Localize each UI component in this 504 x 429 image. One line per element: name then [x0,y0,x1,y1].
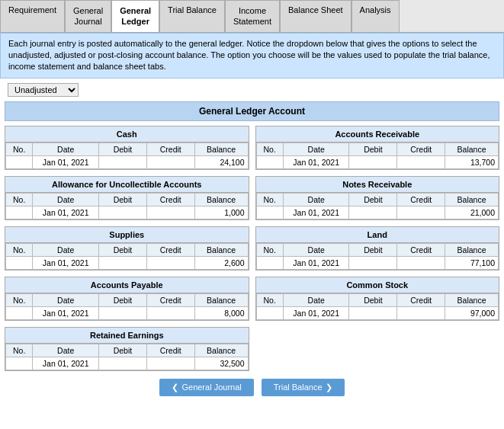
col-debit: Debit [349,293,397,306]
info-text: Each journal entry is posted automatical… [0,33,504,78]
account-ap-title: Accounts Payable [5,277,249,293]
col-date: Date [283,293,349,306]
col-balance: Balance [194,243,248,256]
col-debit: Debit [98,193,146,206]
tab-income-statement[interactable]: Income Statement [225,0,280,32]
common-stock-table: No. Date Debit Credit Balance Jan 01, 20… [256,293,499,320]
col-credit: Credit [397,293,445,306]
ar-table: No. Date Debit Credit Balance Jan 01, 20… [256,142,499,169]
cash-table: No. Date Debit Credit Balance Jan 01, 20… [5,142,249,169]
account-common-stock-title: Common Stock [256,277,499,293]
col-credit: Credit [146,293,194,306]
account-notes-receivable-title: Notes Receivable [256,177,499,193]
ap-table: No. Date Debit Credit Balance Jan 01, 20… [5,293,249,320]
tab-analysis[interactable]: Analysis [352,0,400,32]
account-land: Land No. Date Debit Credit Balance Jan 0… [255,226,500,271]
col-balance: Balance [445,293,499,306]
account-supplies-title: Supplies [5,227,249,243]
col-balance: Balance [445,243,499,256]
account-land-title: Land [256,227,499,243]
col-credit: Credit [146,243,194,256]
col-no: No. [6,193,33,206]
col-credit: Credit [397,142,445,155]
table-row: Jan 01, 2021 1,000 [6,206,249,219]
account-allowance-title: Allowance for Uncollectible Accounts [5,177,249,193]
col-no: No. [6,243,33,256]
tab-requirement[interactable]: Requirement [0,0,65,32]
table-row: Jan 01, 2021 13,700 [256,155,499,168]
col-debit: Debit [98,344,146,357]
col-debit: Debit [98,243,146,256]
main-content: General Ledger Account Cash No. Date Deb… [0,101,504,407]
col-date: Date [33,344,99,357]
tab-balance-sheet[interactable]: Balance Sheet [280,0,352,32]
table-row: Jan 01, 2021 77,100 [256,256,499,269]
col-date: Date [283,193,349,206]
col-no: No. [6,142,33,155]
tab-trial-balance[interactable]: Trial Balance [159,0,225,32]
dropdown-row: Unadjusted Adjusted Post-Closing [0,78,504,101]
col-credit: Credit [397,243,445,256]
chevron-right-icon: ❯ [326,383,332,392]
table-row: Jan 01, 2021 2,600 [6,256,249,269]
table-row: Jan 01, 2021 97,000 [256,306,499,319]
table-row: Jan 01, 2021 21,000 [256,206,499,219]
col-date: Date [33,193,99,206]
unadjusted-dropdown[interactable]: Unadjusted Adjusted Post-Closing [8,83,79,97]
col-debit: Debit [98,293,146,306]
col-debit: Debit [349,193,397,206]
col-date: Date [283,142,349,155]
tab-general-ledger[interactable]: General Ledger [111,0,159,32]
col-date: Date [33,243,99,256]
chevron-left-icon: ❮ [172,383,178,392]
table-row: Jan 01, 2021 8,000 [6,306,249,319]
col-no: No. [6,344,33,357]
col-no: No. [6,293,33,306]
col-balance: Balance [194,142,248,155]
retained-earnings-table: No. Date Debit Credit Balance Jan 01, 20… [5,344,249,370]
col-balance: Balance [194,193,248,206]
col-balance: Balance [194,344,248,357]
bottom-nav: ❮ General Journal Trial Balance ❯ [5,379,499,402]
col-credit: Credit [397,193,445,206]
accounts-grid: Cash No. Date Debit Credit Balance Jan 0… [5,126,499,371]
account-supplies: Supplies No. Date Debit Credit Balance J… [5,226,249,271]
tab-general-journal[interactable]: General Journal [65,0,111,32]
col-no: No. [256,243,283,256]
col-no: No. [256,193,283,206]
col-date: Date [283,243,349,256]
col-debit: Debit [349,142,397,155]
land-table: No. Date Debit Credit Balance Jan 01, 20… [256,243,499,270]
col-no: No. [256,142,283,155]
account-ap: Accounts Payable No. Date Debit Credit B… [5,277,249,321]
next-button-label: Trial Balance [274,383,323,392]
notes-receivable-table: No. Date Debit Credit Balance Jan 01, 20… [256,193,499,219]
account-cash-title: Cash [5,126,249,142]
account-ar: Accounts Receivable No. Date Debit Credi… [255,126,500,170]
supplies-table: No. Date Debit Credit Balance Jan 01, 20… [5,243,249,270]
col-credit: Credit [146,142,194,155]
account-cash: Cash No. Date Debit Credit Balance Jan 0… [5,126,249,170]
account-retained-earnings-title: Retained Earnings [5,328,249,344]
col-no: No. [256,293,283,306]
account-retained-earnings: Retained Earnings No. Date Debit Credit … [5,327,249,371]
next-button[interactable]: Trial Balance ❯ [262,379,345,396]
col-balance: Balance [194,293,248,306]
table-row: Jan 01, 2021 32,500 [6,357,249,370]
col-credit: Credit [146,193,194,206]
account-notes-receivable: Notes Receivable No. Date Debit Credit B… [255,176,500,220]
col-date: Date [33,142,99,155]
col-balance: Balance [445,193,499,206]
back-button-label: General Journal [181,383,241,392]
account-allowance: Allowance for Uncollectible Accounts No.… [5,176,249,220]
allowance-table: No. Date Debit Credit Balance Jan 01, 20… [5,193,249,219]
col-balance: Balance [445,142,499,155]
col-debit: Debit [349,243,397,256]
col-debit: Debit [98,142,146,155]
table-row: Jan 01, 2021 24,100 [6,155,249,168]
back-button[interactable]: ❮ General Journal [159,379,253,396]
account-common-stock: Common Stock No. Date Debit Credit Balan… [255,277,500,321]
col-date: Date [33,293,99,306]
gl-title: General Ledger Account [5,101,499,121]
col-credit: Credit [146,344,194,357]
